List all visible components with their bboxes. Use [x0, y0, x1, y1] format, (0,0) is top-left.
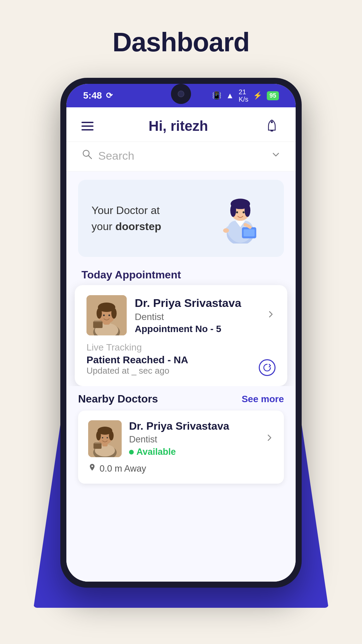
svg-point-33 [109, 431, 114, 440]
appointment-card-top: Dr. Priya Srivastava Dentist Appointment… [86, 295, 276, 335]
live-tracking-label: Live Tracking [86, 341, 276, 354]
tracking-info: Patient Reached - NA Updated at _ sec ag… [86, 354, 188, 376]
phone-notch [171, 84, 191, 104]
status-time-group: 5:48 ⟳ [83, 90, 113, 101]
refresh-button[interactable] [259, 359, 276, 376]
tracking-bottom: Patient Reached - NA Updated at _ sec ag… [86, 354, 276, 376]
svg-point-35 [107, 437, 108, 438]
menu-line-1 [81, 122, 94, 123]
phone-frame: 5:48 ⟳ 📳 ▲ 21K/s ⚡ 95 Hi, ritezh [60, 78, 302, 588]
svg-point-38 [92, 466, 93, 467]
appointment-specialty: Dentist [135, 312, 258, 322]
appointment-card[interactable]: Dr. Priya Srivastava Dentist Appointment… [75, 285, 287, 386]
svg-point-32 [96, 431, 101, 440]
menu-line-3 [81, 129, 94, 130]
status-icons: 📳 ▲ 21K/s ⚡ 95 [212, 88, 279, 103]
vibrate-icon: 📳 [212, 91, 221, 100]
nearby-doctor-avatar [88, 420, 122, 457]
appointment-doctor-avatar [86, 295, 127, 335]
nearby-doctors-title: Nearby Doctors [78, 393, 158, 405]
svg-rect-24 [93, 321, 103, 328]
menu-line-2 [81, 125, 94, 127]
svg-point-7 [230, 204, 236, 217]
phone-screen: 5:48 ⟳ 📳 ▲ 21K/s ⚡ 95 Hi, ritezh [66, 84, 296, 582]
svg-point-23 [109, 315, 110, 316]
distance-row: 0.0 m Away [88, 463, 274, 474]
nearby-card-top: Dr. Priya Srivastava Dentist Available [88, 420, 274, 457]
svg-rect-37 [94, 442, 101, 444]
appointment-detail-arrow[interactable] [266, 309, 276, 322]
svg-rect-12 [244, 229, 255, 236]
search-bar[interactable]: Search [66, 142, 296, 171]
svg-point-34 [102, 437, 103, 438]
see-more-button[interactable]: See more [242, 394, 284, 405]
nearby-detail-arrow[interactable] [265, 432, 274, 445]
svg-rect-0 [270, 130, 273, 131]
svg-point-10 [243, 211, 245, 213]
status-time: 5:48 [83, 90, 102, 101]
search-placeholder: Search [98, 149, 266, 162]
svg-point-8 [245, 204, 250, 217]
notch-camera [178, 91, 184, 97]
banner-line2: your [92, 220, 115, 232]
appointment-number: Appointment No - 5 [135, 324, 258, 334]
tracking-update: Updated at _ sec ago [86, 366, 188, 376]
banner-text: Your Doctor at your doorstep [92, 202, 161, 234]
app-content: Hi, ritezh Search [66, 107, 296, 582]
nearby-doctors-header: Nearby Doctors See more [78, 393, 284, 405]
svg-point-21 [111, 308, 117, 319]
svg-point-9 [236, 211, 238, 213]
available-dot [129, 450, 134, 454]
nearby-doctor-card[interactable]: Dr. Priya Srivastava Dentist Available [78, 411, 284, 484]
banner-line1: Your Doctor at [92, 204, 160, 216]
search-dropdown-icon[interactable] [271, 150, 281, 162]
today-appointment-header: Today Appointment [66, 265, 296, 285]
battery-level: 95 [267, 91, 279, 100]
svg-point-20 [97, 308, 102, 319]
svg-point-13 [223, 228, 229, 233]
nearby-doctor-specialty: Dentist [129, 434, 258, 445]
live-tracking-section: Live Tracking Patient Reached - NA Updat… [86, 341, 276, 376]
menu-button[interactable] [81, 122, 94, 130]
data-speed: 21K/s [239, 88, 248, 103]
promo-banner: Your Doctor at your doorstep [78, 180, 284, 257]
nearby-doctor-info: Dr. Priya Srivastava Dentist Available [129, 420, 258, 457]
page-title: Dashboard [113, 27, 250, 58]
banner-bold: doorstep [115, 220, 161, 232]
distance-text: 0.0 m Away [100, 464, 146, 474]
banner-illustration [217, 192, 270, 245]
availability-badge: Available [129, 447, 258, 457]
svg-rect-25 [94, 321, 102, 322]
location-icon [88, 463, 96, 474]
status-sync-icon: ⟳ [106, 91, 113, 100]
app-header: Hi, ritezh [66, 107, 296, 142]
search-icon [81, 149, 93, 163]
nearby-doctor-name: Dr. Priya Srivastava [129, 420, 258, 432]
appointment-doctor-info: Dr. Priya Srivastava Dentist Appointment… [135, 297, 258, 334]
tracking-status: Patient Reached - NA [86, 354, 188, 366]
notification-button[interactable] [263, 117, 281, 135]
svg-point-1 [271, 121, 273, 123]
charging-icon: ⚡ [253, 91, 262, 100]
wifi-icon: ▲ [226, 91, 234, 100]
nearby-doctors-section: Nearby Doctors See more [66, 386, 296, 490]
svg-point-22 [103, 315, 105, 316]
today-appointment-title: Today Appointment [81, 269, 181, 281]
appointment-doctor-name: Dr. Priya Srivastava [135, 297, 258, 310]
available-text: Available [136, 447, 176, 457]
svg-line-3 [88, 156, 92, 159]
header-greeting: Hi, ritezh [148, 118, 208, 134]
svg-rect-36 [94, 443, 102, 449]
